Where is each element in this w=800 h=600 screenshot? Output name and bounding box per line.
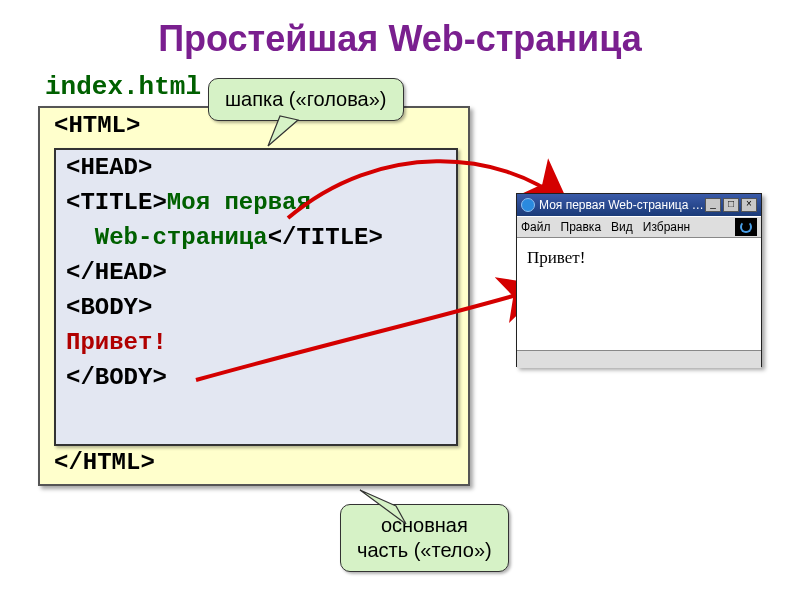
window-minimize-button[interactable]: _ bbox=[705, 198, 721, 212]
browser-content: Привет! bbox=[517, 238, 761, 350]
browser-window-title: Моя первая Web-страница … bbox=[539, 198, 703, 212]
callout-body-line2: часть («тело») bbox=[357, 539, 492, 561]
browser-window: Моя первая Web-страница … _ □ × Файл Пра… bbox=[516, 193, 762, 367]
code-body-open: <BODY> bbox=[56, 290, 456, 325]
code-html-close: </HTML> bbox=[40, 445, 165, 480]
ie-logo-icon bbox=[735, 218, 757, 236]
filename-label: index.html bbox=[45, 72, 201, 102]
code-block-inner: <HEAD> <TITLE>Моя первая Web-страница</T… bbox=[54, 148, 458, 446]
code-title-line1: <TITLE>Моя первая bbox=[56, 185, 456, 220]
slide-title: Простейшая Web-страница bbox=[0, 0, 800, 60]
callout-head: шапка («голова») bbox=[208, 78, 404, 121]
callout-body: основная часть («тело») bbox=[340, 504, 509, 572]
menu-favorites[interactable]: Избранн bbox=[643, 220, 690, 234]
code-body-text: Привет! bbox=[56, 325, 456, 360]
browser-statusbar bbox=[517, 350, 761, 368]
code-head-open: <HEAD> bbox=[56, 150, 456, 185]
browser-titlebar: Моя первая Web-страница … _ □ × bbox=[517, 194, 761, 216]
menu-file[interactable]: Файл bbox=[521, 220, 551, 234]
menu-edit[interactable]: Правка bbox=[561, 220, 602, 234]
code-block-outer: <HTML> <HEAD> <TITLE>Моя первая Web-стра… bbox=[38, 106, 470, 486]
browser-menubar: Файл Правка Вид Избранн bbox=[517, 216, 761, 238]
code-head-close: </HEAD> bbox=[56, 255, 456, 290]
code-body-close: </BODY> bbox=[56, 360, 456, 395]
ie-icon bbox=[521, 198, 535, 212]
callout-body-line1: основная bbox=[381, 514, 468, 536]
code-title-line2: Web-страница</TITLE> bbox=[56, 220, 456, 255]
window-maximize-button[interactable]: □ bbox=[723, 198, 739, 212]
window-close-button[interactable]: × bbox=[741, 198, 757, 212]
menu-view[interactable]: Вид bbox=[611, 220, 633, 234]
